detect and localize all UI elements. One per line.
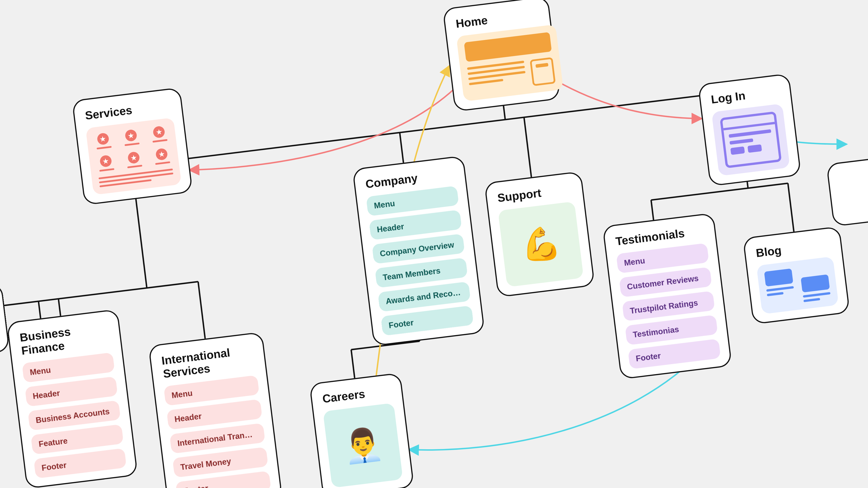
tree-login-to-testimonials	[651, 200, 653, 220]
node-title: Business Finance	[19, 320, 111, 358]
node-company[interactable]: Company Menu Header Company Overview Tea…	[352, 156, 485, 346]
login-thumbnail	[711, 103, 790, 176]
link-home-to-login	[549, 59, 702, 137]
node-services[interactable]: Services ★ ★ ★ ★ ★ ★	[72, 87, 193, 205]
tree-company-to-careers	[351, 350, 355, 378]
tree-home-to-company	[400, 132, 403, 163]
node-blog[interactable]: Blog	[742, 226, 850, 325]
link-home-to-services	[183, 88, 461, 173]
node-title: International Services	[161, 344, 255, 381]
node-careers[interactable]: Careers 👨‍💼	[309, 372, 414, 488]
flex-emoji-icon: 💪	[519, 223, 563, 266]
node-offscreen-left[interactable]	[0, 283, 10, 363]
node-title: Log In	[710, 85, 780, 106]
services-thumbnail: ★ ★ ★ ★ ★ ★	[86, 118, 182, 195]
support-thumbnail: 💪	[498, 201, 584, 287]
node-offscreen-right[interactable]	[826, 155, 868, 227]
node-title: Services	[85, 99, 172, 122]
home-thumbnail	[456, 24, 563, 101]
node-international-services[interactable]: International Services Menu Header Inter…	[148, 331, 283, 488]
tree-services-to-intl	[198, 282, 205, 339]
office-worker-emoji-icon: 👨‍💼	[341, 424, 385, 467]
node-business-finance[interactable]: Business Finance Menu Header Business Ac…	[6, 309, 138, 488]
node-home[interactable]: Home	[442, 0, 560, 112]
tree-login-to-blog	[788, 183, 794, 232]
node-title: Home	[455, 7, 539, 31]
intl-sections: Menu Header International Tran… Travel M…	[163, 375, 271, 488]
node-title: Blog	[755, 238, 831, 260]
tree-services-to-business	[58, 299, 60, 316]
careers-thumbnail: 👨‍💼	[323, 403, 403, 488]
blog-thumbnail	[756, 256, 839, 314]
company-sections: Menu Header Company Overview Team Member…	[366, 186, 474, 336]
tree-home-to-support	[524, 117, 531, 177]
business-sections: Menu Header Business Accounts Feature Fo…	[22, 352, 127, 479]
testimonials-sections: Menu Customer Reviews Trustpilot Ratings…	[616, 243, 721, 369]
node-title: Careers	[322, 384, 392, 405]
node-support[interactable]: Support 💪	[484, 171, 595, 297]
node-testimonials[interactable]: Testimonials Menu Customer Reviews Trust…	[602, 213, 732, 380]
node-login[interactable]: Log In	[698, 73, 802, 187]
node-title: Support	[497, 183, 572, 205]
